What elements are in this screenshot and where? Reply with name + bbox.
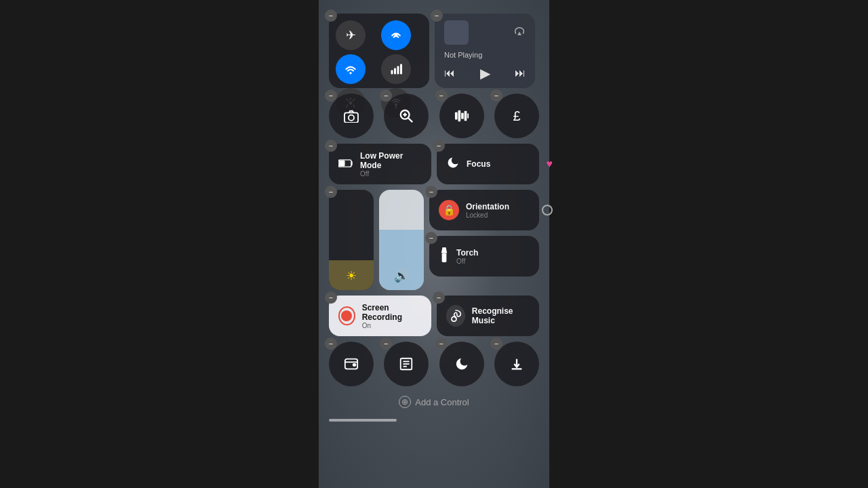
recognise-music-text: Recognise Music xyxy=(472,306,530,325)
next-button[interactable]: ⏭ xyxy=(515,67,526,79)
circle-decoration xyxy=(542,205,553,216)
wallet-button[interactable] xyxy=(329,342,374,386)
volume-icon: 🔊 xyxy=(394,268,409,283)
recognise-music-wrap: Recognise Music xyxy=(437,296,539,336)
network-tile-wrap: ✈ xyxy=(329,14,429,88)
home-indicator xyxy=(329,419,397,422)
remove-camera[interactable] xyxy=(325,89,337,102)
remove-network[interactable] xyxy=(325,9,337,22)
remove-wallet[interactable] xyxy=(325,338,337,350)
orientation-title: Orientation xyxy=(466,202,509,211)
recognise-music-tile[interactable]: Recognise Music xyxy=(437,296,539,336)
remove-download[interactable] xyxy=(490,338,502,350)
screen-rec-subtitle: On xyxy=(362,322,422,329)
media-controls: ⏮ ▶ ⏭ xyxy=(444,65,526,81)
magnify-button[interactable] xyxy=(384,94,429,138)
torch-tile[interactable]: Torch Off xyxy=(429,236,539,277)
remove-currency[interactable] xyxy=(490,89,502,102)
row-power-focus: Low Power Mode Off Focus xyxy=(329,144,539,184)
low-power-wrap: Low Power Mode Off xyxy=(329,144,431,184)
airplane-button[interactable]: ✈ xyxy=(336,20,366,50)
sun-icon: ☀ xyxy=(346,268,357,283)
remove-focus[interactable] xyxy=(433,140,445,152)
torch-icon xyxy=(439,247,450,266)
wifi-button[interactable] xyxy=(336,54,366,84)
row-sliders: ☀ 🔊 🔒 Orientation xyxy=(329,190,539,290)
low-power-text: Low Power Mode Off xyxy=(360,151,422,178)
svg-rect-19 xyxy=(464,111,467,121)
left-panel xyxy=(0,0,319,488)
right-panel xyxy=(549,0,868,488)
screen-rec-title: Screen Recording xyxy=(362,303,422,322)
download-wrap xyxy=(494,342,539,386)
slider-group: ☀ 🔊 xyxy=(329,190,424,290)
focus-title: Focus xyxy=(467,159,490,169)
airplay-button[interactable] xyxy=(513,25,526,40)
moon2-button[interactable] xyxy=(439,342,484,386)
add-control[interactable]: ⊕ Add a Control xyxy=(329,396,539,408)
control-center: ✈ xyxy=(329,7,539,428)
svg-line-13 xyxy=(409,118,413,122)
brightness-tile[interactable]: ☀ xyxy=(329,190,374,290)
svg-rect-20 xyxy=(467,113,469,118)
orientation-lock-icon: 🔒 xyxy=(439,200,459,220)
notes-button[interactable] xyxy=(384,342,429,386)
orientation-text: Orientation Locked xyxy=(466,202,509,219)
svg-rect-25 xyxy=(353,364,356,366)
currency-wrap: £ xyxy=(494,94,539,138)
svg-rect-5 xyxy=(400,64,402,75)
wifi-hotspot-button[interactable] xyxy=(381,20,411,50)
media-tile-wrap: Not Playing ⏮ ▶ ⏭ xyxy=(435,14,535,88)
screen-rec-text: Screen Recording On xyxy=(362,303,422,329)
wallet-wrap xyxy=(329,342,374,386)
remove-recognise-music[interactable] xyxy=(433,291,445,304)
voice-button[interactable] xyxy=(439,94,484,138)
remove-low-power[interactable] xyxy=(325,140,337,152)
play-button[interactable]: ▶ xyxy=(480,65,490,81)
camera-button[interactable] xyxy=(329,94,374,138)
low-power-subtitle: Off xyxy=(360,170,422,178)
moon2-wrap xyxy=(439,342,484,386)
remove-orientation[interactable] xyxy=(425,186,437,198)
orientation-tile[interactable]: 🔒 Orientation Locked xyxy=(429,190,539,230)
screen-rec-tile[interactable]: Screen Recording On xyxy=(329,296,431,336)
remove-voice[interactable] xyxy=(435,89,448,102)
currency-symbol: £ xyxy=(513,108,520,124)
record-icon xyxy=(338,306,355,325)
moon-icon xyxy=(446,156,460,173)
screen-rec-wrap: Screen Recording On xyxy=(329,296,431,336)
cellular-button[interactable] xyxy=(381,54,411,84)
notes-wrap xyxy=(384,342,429,386)
torch-text: Torch Off xyxy=(456,248,478,265)
row-icons: £ xyxy=(329,94,539,138)
focus-tile[interactable]: Focus xyxy=(437,144,539,184)
remove-screen-rec[interactable] xyxy=(325,291,337,304)
currency-button[interactable]: £ xyxy=(494,94,539,138)
download-button[interactable] xyxy=(494,342,539,386)
shazam-icon xyxy=(446,305,465,327)
media-top xyxy=(444,20,526,45)
orientation-wrap: 🔒 Orientation Locked xyxy=(429,190,539,230)
volume-tile[interactable]: 🔊 xyxy=(379,190,424,290)
media-tile: Not Playing ⏮ ▶ ⏭ xyxy=(435,14,535,88)
remove-brightness[interactable] xyxy=(325,186,337,198)
prev-button[interactable]: ⏮ xyxy=(444,67,455,79)
remove-moon2[interactable] xyxy=(435,338,448,350)
focus-wrap: Focus ♥ xyxy=(437,144,539,184)
torch-subtitle: Off xyxy=(456,258,478,265)
record-dot xyxy=(341,310,352,321)
add-control-icon: ⊕ xyxy=(399,396,411,408)
low-power-title: Low Power Mode xyxy=(360,151,422,170)
album-art xyxy=(444,20,469,45)
low-power-tile[interactable]: Low Power Mode Off xyxy=(329,144,431,184)
recognise-music-title: Recognise Music xyxy=(472,306,530,325)
magnify-wrap xyxy=(384,94,429,138)
center-panel: ✈ xyxy=(319,0,549,488)
add-control-label: Add a Control xyxy=(415,397,469,407)
svg-rect-4 xyxy=(397,66,399,75)
remove-torch[interactable] xyxy=(425,232,437,244)
torch-wrap: Torch Off xyxy=(429,236,539,277)
orientation-subtitle: Locked xyxy=(466,211,509,219)
svg-rect-2 xyxy=(391,70,393,75)
remove-media[interactable] xyxy=(431,9,443,22)
